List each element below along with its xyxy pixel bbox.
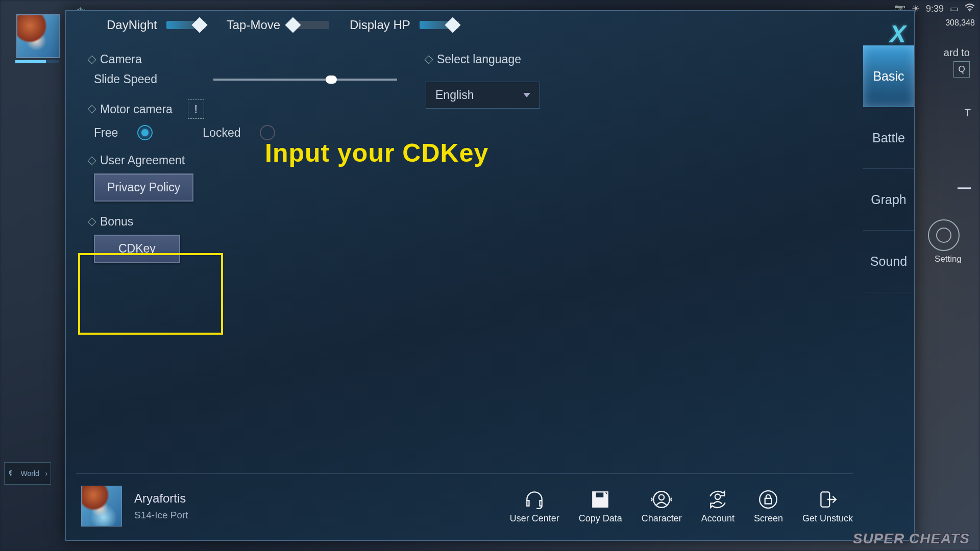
settings-modal: X DayNight Tap-Move Display HP Basic Bat…: [65, 10, 747, 420]
player-avatar-corner[interactable]: [16, 14, 60, 58]
slide-speed-slider[interactable]: [213, 79, 397, 81]
radio-free[interactable]: [137, 125, 153, 140]
info-icon[interactable]: !: [188, 99, 204, 119]
section-bonus: Bonus: [89, 215, 747, 229]
privacy-policy-button[interactable]: Privacy Policy: [94, 173, 193, 202]
toggle-tapmove[interactable]: Tap-Move: [227, 18, 329, 32]
player-hp-bar: [15, 60, 59, 63]
radio-locked-label: Locked: [203, 126, 240, 140]
radio-free-label: Free: [94, 126, 118, 140]
annotation-text: Input your CDKey: [265, 138, 488, 168]
toggle-displayhp[interactable]: Display HP: [350, 18, 459, 32]
chevron-down-icon: [523, 93, 530, 97]
cdkey-button[interactable]: CDKey: [94, 235, 180, 263]
section-language: Select language: [426, 53, 540, 66]
section-motor-camera: Motor camera !: [89, 99, 747, 119]
toggle-daynight[interactable]: DayNight: [107, 18, 206, 32]
language-select[interactable]: English: [426, 82, 540, 109]
section-camera: Camera: [89, 53, 747, 66]
slide-speed-label: Slide Speed: [94, 72, 157, 86]
